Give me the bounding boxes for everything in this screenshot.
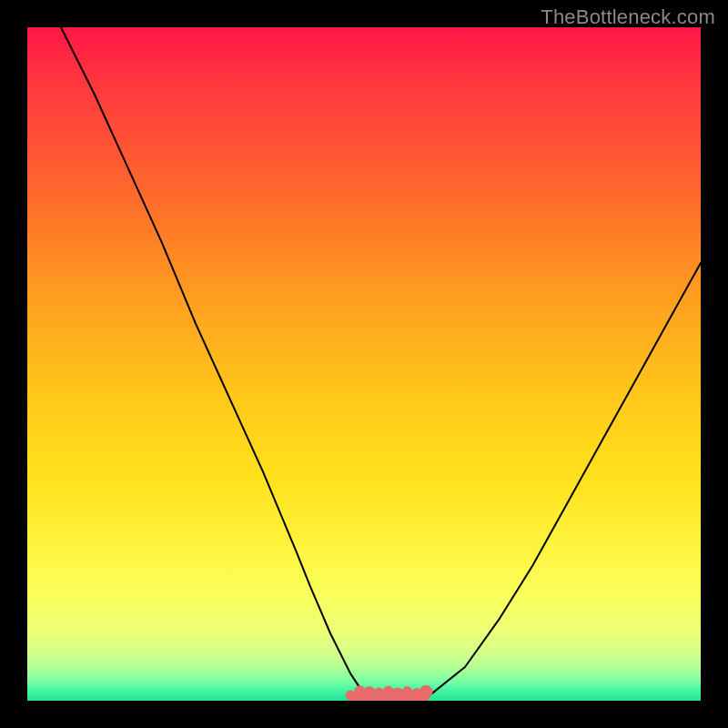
watermark-text: TheBottleneck.com	[541, 5, 715, 29]
svg-point-2	[363, 687, 376, 700]
optimal-zone-markers	[346, 685, 432, 701]
svg-point-3	[374, 688, 383, 697]
svg-point-5	[391, 688, 404, 701]
bottleneck-curve	[61, 27, 701, 701]
chart-frame: TheBottleneck.com	[0, 0, 728, 728]
svg-point-8	[420, 685, 432, 698]
bottleneck-curve-svg	[27, 27, 701, 701]
svg-point-0	[346, 691, 355, 700]
svg-point-6	[402, 687, 411, 696]
plot-area	[27, 27, 701, 701]
